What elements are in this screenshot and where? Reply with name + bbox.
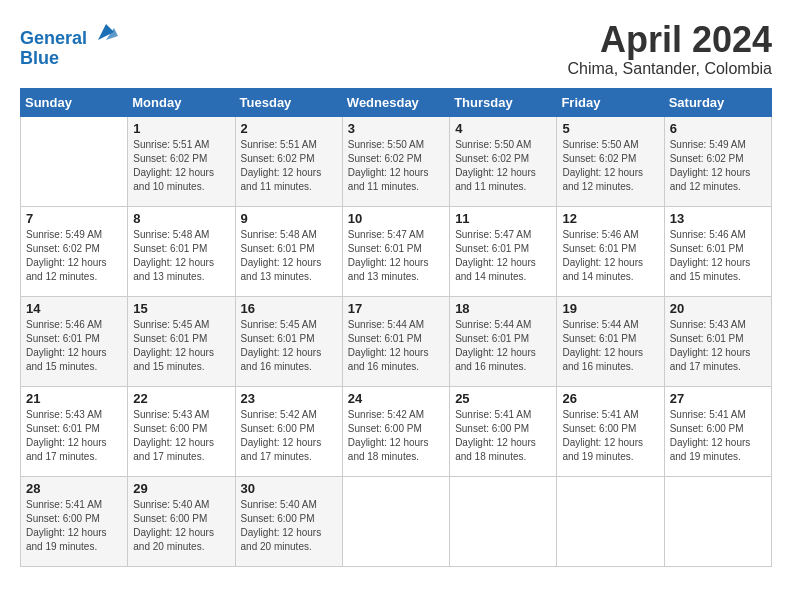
calendar-cell: 23Sunrise: 5:42 AM Sunset: 6:00 PM Dayli… [235,386,342,476]
calendar-cell: 14Sunrise: 5:46 AM Sunset: 6:01 PM Dayli… [21,296,128,386]
page-header: General Blue April 2024 Chima, Santander… [20,20,772,78]
day-number: 29 [133,481,229,496]
day-detail: Sunrise: 5:43 AM Sunset: 6:00 PM Dayligh… [133,408,229,464]
day-detail: Sunrise: 5:47 AM Sunset: 6:01 PM Dayligh… [455,228,551,284]
logo-line2: Blue [20,49,118,69]
calendar-cell: 15Sunrise: 5:45 AM Sunset: 6:01 PM Dayli… [128,296,235,386]
calendar-cell [557,476,664,566]
calendar-cell: 16Sunrise: 5:45 AM Sunset: 6:01 PM Dayli… [235,296,342,386]
logo: General Blue [20,20,118,69]
weekday-header: Monday [128,88,235,116]
calendar-cell [342,476,449,566]
day-number: 19 [562,301,658,316]
day-number: 16 [241,301,337,316]
calendar-cell: 30Sunrise: 5:40 AM Sunset: 6:00 PM Dayli… [235,476,342,566]
day-detail: Sunrise: 5:45 AM Sunset: 6:01 PM Dayligh… [133,318,229,374]
day-detail: Sunrise: 5:50 AM Sunset: 6:02 PM Dayligh… [455,138,551,194]
weekday-header: Friday [557,88,664,116]
day-number: 25 [455,391,551,406]
calendar-cell: 7Sunrise: 5:49 AM Sunset: 6:02 PM Daylig… [21,206,128,296]
day-number: 7 [26,211,122,226]
day-detail: Sunrise: 5:41 AM Sunset: 6:00 PM Dayligh… [670,408,766,464]
calendar-cell: 18Sunrise: 5:44 AM Sunset: 6:01 PM Dayli… [450,296,557,386]
calendar-cell: 11Sunrise: 5:47 AM Sunset: 6:01 PM Dayli… [450,206,557,296]
day-number: 9 [241,211,337,226]
calendar-cell: 6Sunrise: 5:49 AM Sunset: 6:02 PM Daylig… [664,116,771,206]
day-detail: Sunrise: 5:46 AM Sunset: 6:01 PM Dayligh… [26,318,122,374]
day-number: 5 [562,121,658,136]
calendar-cell: 17Sunrise: 5:44 AM Sunset: 6:01 PM Dayli… [342,296,449,386]
day-number: 15 [133,301,229,316]
day-detail: Sunrise: 5:41 AM Sunset: 6:00 PM Dayligh… [26,498,122,554]
calendar-cell: 24Sunrise: 5:42 AM Sunset: 6:00 PM Dayli… [342,386,449,476]
calendar-week-row: 1Sunrise: 5:51 AM Sunset: 6:02 PM Daylig… [21,116,772,206]
calendar-cell: 27Sunrise: 5:41 AM Sunset: 6:00 PM Dayli… [664,386,771,476]
day-detail: Sunrise: 5:49 AM Sunset: 6:02 PM Dayligh… [26,228,122,284]
calendar-week-row: 21Sunrise: 5:43 AM Sunset: 6:01 PM Dayli… [21,386,772,476]
calendar-cell: 22Sunrise: 5:43 AM Sunset: 6:00 PM Dayli… [128,386,235,476]
calendar-cell: 29Sunrise: 5:40 AM Sunset: 6:00 PM Dayli… [128,476,235,566]
day-number: 23 [241,391,337,406]
day-number: 14 [26,301,122,316]
day-detail: Sunrise: 5:49 AM Sunset: 6:02 PM Dayligh… [670,138,766,194]
calendar-week-row: 7Sunrise: 5:49 AM Sunset: 6:02 PM Daylig… [21,206,772,296]
day-detail: Sunrise: 5:46 AM Sunset: 6:01 PM Dayligh… [670,228,766,284]
day-number: 6 [670,121,766,136]
calendar-cell: 19Sunrise: 5:44 AM Sunset: 6:01 PM Dayli… [557,296,664,386]
day-number: 12 [562,211,658,226]
logo-icon [94,20,118,44]
day-detail: Sunrise: 5:44 AM Sunset: 6:01 PM Dayligh… [455,318,551,374]
calendar-cell: 2Sunrise: 5:51 AM Sunset: 6:02 PM Daylig… [235,116,342,206]
day-number: 20 [670,301,766,316]
weekday-header: Sunday [21,88,128,116]
location: Chima, Santander, Colombia [567,60,772,78]
day-detail: Sunrise: 5:44 AM Sunset: 6:01 PM Dayligh… [348,318,444,374]
day-detail: Sunrise: 5:45 AM Sunset: 6:01 PM Dayligh… [241,318,337,374]
day-number: 3 [348,121,444,136]
day-detail: Sunrise: 5:51 AM Sunset: 6:02 PM Dayligh… [241,138,337,194]
weekday-header: Thursday [450,88,557,116]
calendar-cell: 25Sunrise: 5:41 AM Sunset: 6:00 PM Dayli… [450,386,557,476]
weekday-header-row: SundayMondayTuesdayWednesdayThursdayFrid… [21,88,772,116]
weekday-header: Wednesday [342,88,449,116]
day-number: 13 [670,211,766,226]
day-number: 26 [562,391,658,406]
calendar-week-row: 14Sunrise: 5:46 AM Sunset: 6:01 PM Dayli… [21,296,772,386]
day-detail: Sunrise: 5:43 AM Sunset: 6:01 PM Dayligh… [26,408,122,464]
day-detail: Sunrise: 5:42 AM Sunset: 6:00 PM Dayligh… [348,408,444,464]
title-block: April 2024 Chima, Santander, Colombia [567,20,772,78]
calendar-cell: 1Sunrise: 5:51 AM Sunset: 6:02 PM Daylig… [128,116,235,206]
day-number: 1 [133,121,229,136]
day-number: 2 [241,121,337,136]
day-detail: Sunrise: 5:40 AM Sunset: 6:00 PM Dayligh… [241,498,337,554]
day-number: 17 [348,301,444,316]
day-detail: Sunrise: 5:50 AM Sunset: 6:02 PM Dayligh… [348,138,444,194]
calendar-cell: 28Sunrise: 5:41 AM Sunset: 6:00 PM Dayli… [21,476,128,566]
month-title: April 2024 [567,20,772,60]
day-detail: Sunrise: 5:42 AM Sunset: 6:00 PM Dayligh… [241,408,337,464]
day-detail: Sunrise: 5:41 AM Sunset: 6:00 PM Dayligh… [455,408,551,464]
day-number: 30 [241,481,337,496]
calendar-cell [450,476,557,566]
day-detail: Sunrise: 5:48 AM Sunset: 6:01 PM Dayligh… [241,228,337,284]
calendar-cell: 4Sunrise: 5:50 AM Sunset: 6:02 PM Daylig… [450,116,557,206]
calendar-cell: 10Sunrise: 5:47 AM Sunset: 6:01 PM Dayli… [342,206,449,296]
calendar-cell: 5Sunrise: 5:50 AM Sunset: 6:02 PM Daylig… [557,116,664,206]
calendar-cell: 26Sunrise: 5:41 AM Sunset: 6:00 PM Dayli… [557,386,664,476]
day-detail: Sunrise: 5:51 AM Sunset: 6:02 PM Dayligh… [133,138,229,194]
calendar-table: SundayMondayTuesdayWednesdayThursdayFrid… [20,88,772,567]
logo-text: General [20,20,118,49]
calendar-cell [664,476,771,566]
day-number: 24 [348,391,444,406]
weekday-header: Tuesday [235,88,342,116]
day-detail: Sunrise: 5:50 AM Sunset: 6:02 PM Dayligh… [562,138,658,194]
day-number: 18 [455,301,551,316]
day-detail: Sunrise: 5:43 AM Sunset: 6:01 PM Dayligh… [670,318,766,374]
day-detail: Sunrise: 5:48 AM Sunset: 6:01 PM Dayligh… [133,228,229,284]
calendar-cell: 13Sunrise: 5:46 AM Sunset: 6:01 PM Dayli… [664,206,771,296]
calendar-cell: 20Sunrise: 5:43 AM Sunset: 6:01 PM Dayli… [664,296,771,386]
day-number: 8 [133,211,229,226]
calendar-cell: 3Sunrise: 5:50 AM Sunset: 6:02 PM Daylig… [342,116,449,206]
day-detail: Sunrise: 5:47 AM Sunset: 6:01 PM Dayligh… [348,228,444,284]
day-detail: Sunrise: 5:46 AM Sunset: 6:01 PM Dayligh… [562,228,658,284]
